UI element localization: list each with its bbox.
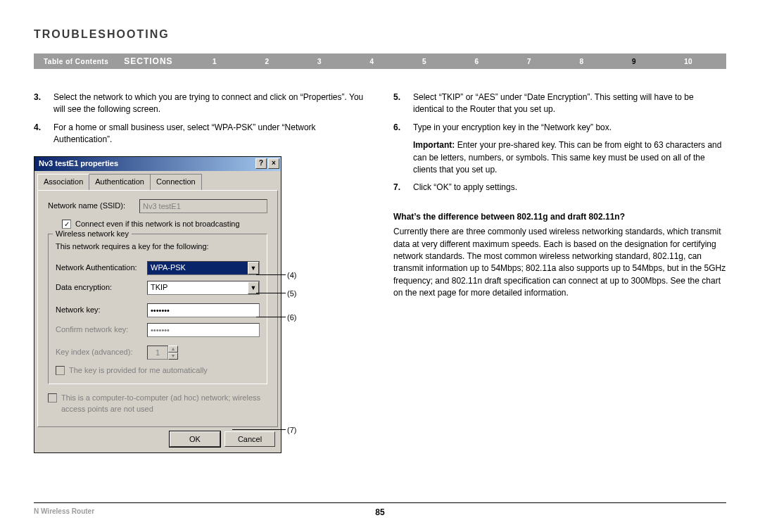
section-link-4[interactable]: 4 [369, 58, 374, 65]
section-link-7[interactable]: 7 [527, 58, 531, 65]
auth-select[interactable]: WPA-PSK ▼ [147, 261, 260, 275]
subheading: What’s the difference between 802.11g an… [393, 211, 726, 223]
step-text: For a home or small business user, selec… [53, 122, 367, 146]
step-number: 7. [393, 182, 413, 194]
section-link-10[interactable]: 10 [684, 58, 692, 65]
step-text: Select the network to which you are tryi… [53, 91, 367, 116]
body-paragraph: Currently there are three commonly used … [393, 226, 726, 299]
step-6: 6. Type in your encryption key in the “N… [393, 122, 726, 134]
step-text: Click “OK” to apply settings. [413, 182, 517, 194]
step-7: 7. Click “OK” to apply settings. [393, 182, 726, 194]
step-number: 4. [34, 122, 53, 146]
step-text: Type in your encryption key in the “Netw… [413, 122, 612, 134]
step-number: 3. [34, 91, 53, 116]
section-navbar: Table of Contents SECTIONS 1 2 3 4 5 6 7… [34, 53, 726, 69]
callout-4: (4) [287, 270, 296, 281]
step-3: 3. Select the network to which you are t… [34, 91, 367, 116]
encryption-select[interactable]: TKIP ▼ [147, 281, 260, 295]
group-legend: Wireless network key [53, 229, 132, 240]
section-link-6[interactable]: 6 [474, 58, 479, 65]
dialog-title: Nv3 testE1 properties [39, 158, 118, 170]
section-link-9[interactable]: 9 [632, 58, 636, 65]
section-numbers: 1 2 3 4 5 6 7 8 9 10 [179, 58, 726, 65]
spinner-up-icon: ▲ [168, 346, 178, 353]
chevron-down-icon[interactable]: ▼ [248, 262, 259, 274]
step-number: 5. [393, 91, 413, 116]
auth-label: Network Authentication: [56, 262, 147, 274]
dialog-titlebar: Nv3 testE1 properties ? × [34, 157, 281, 171]
ssid-input [139, 199, 267, 213]
sections-label: SECTIONS [118, 56, 178, 66]
ok-button[interactable]: OK [170, 431, 220, 447]
toc-link[interactable]: Table of Contents [34, 58, 118, 65]
important-note: Important: Enter your pre-shared key. Th… [413, 139, 726, 176]
tab-authentication[interactable]: Authentication [89, 174, 151, 190]
confirmkey-label: Confirm network key: [56, 324, 147, 336]
group-description: This network requires a key for the foll… [56, 241, 260, 253]
dialog-tabstrip: Association Authentication Connection [37, 174, 278, 190]
section-link-1[interactable]: 1 [213, 58, 217, 65]
tab-connection[interactable]: Connection [150, 174, 202, 190]
adhoc-checkbox [48, 393, 57, 403]
confirmkey-input [147, 323, 260, 337]
auth-value: WPA-PSK [148, 262, 248, 274]
page-number: 85 [34, 507, 726, 517]
callout-6: (6) [287, 312, 296, 324]
properties-dialog: Nv3 testE1 properties ? × Association Au… [34, 156, 281, 454]
keyindex-spinner: 1 ▲▼ [147, 346, 178, 360]
section-link-3[interactable]: 3 [317, 58, 322, 65]
autokey-checkbox [56, 366, 65, 375]
page-title: Troubleshooting [34, 28, 726, 41]
broadcast-label: Connect even if this network is not broa… [75, 219, 240, 230]
section-link-2[interactable]: 2 [265, 58, 269, 65]
broadcast-checkbox[interactable]: ✓ [62, 220, 71, 229]
encryption-label: Data encryption: [56, 282, 147, 293]
close-icon[interactable]: × [268, 158, 279, 169]
ssid-label: Network name (SSID): [48, 201, 139, 212]
keyindex-label: Key index (advanced): [56, 347, 147, 358]
step-text: Select “TKIP” or “AES” under “Date Encry… [413, 91, 726, 116]
section-link-5[interactable]: 5 [422, 58, 426, 65]
encryption-value: TKIP [148, 281, 248, 294]
callout-7: (7) [287, 425, 296, 436]
cancel-button[interactable]: Cancel [224, 431, 275, 447]
autokey-label: The key is provided for me automatically [69, 365, 208, 376]
wireless-key-group: Wireless network key This network requir… [48, 234, 267, 384]
netkey-input[interactable] [147, 303, 260, 317]
callout-5: (5) [287, 289, 296, 300]
step-5: 5. Select “TKIP” or “AES” under “Date En… [393, 91, 726, 116]
tab-association[interactable]: Association [37, 174, 89, 190]
section-link-8[interactable]: 8 [579, 58, 583, 65]
step-4: 4. For a home or small business user, se… [34, 122, 367, 146]
netkey-label: Network key: [56, 305, 147, 316]
spinner-down-icon: ▼ [168, 353, 178, 360]
page-footer: N Wireless Router 85 [34, 502, 726, 519]
keyindex-value: 1 [147, 346, 168, 360]
step-number: 6. [393, 122, 413, 134]
help-icon[interactable]: ? [255, 158, 267, 169]
adhoc-label: This is a computer-to-computer (ad hoc) … [61, 393, 267, 415]
